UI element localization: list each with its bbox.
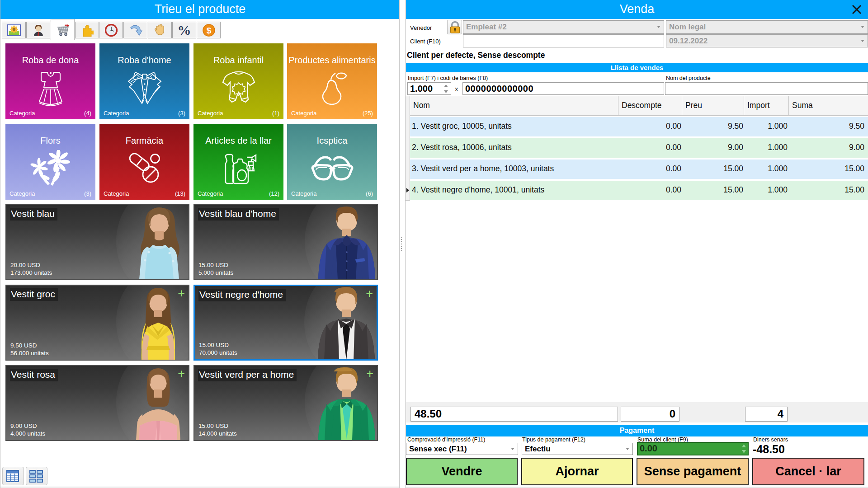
svg-text:$: $ <box>206 25 211 35</box>
